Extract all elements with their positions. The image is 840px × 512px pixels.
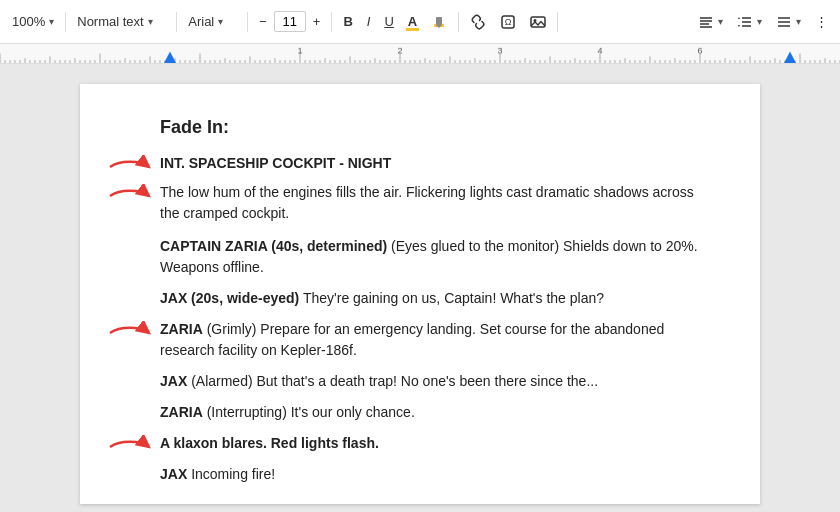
char1-dialogue: CAPTAIN ZARIA (40s, determined) (Eyes gl…: [160, 236, 700, 278]
font-label: Arial: [188, 14, 214, 29]
char5-line: It's our only chance.: [291, 404, 415, 420]
style-dropdown[interactable]: Normal text ▾: [71, 10, 171, 33]
italic-button[interactable]: I: [361, 10, 377, 33]
char5-text: ZARIA (Interrupting) It's our only chanc…: [160, 402, 700, 423]
toolbar: 100% ▾ Normal text ▾ Arial ▾ − + B I U A: [0, 0, 840, 44]
link-button[interactable]: [464, 10, 492, 34]
line-spacing-dropdown[interactable]: ▾: [731, 10, 768, 34]
char4-line: But that's a death trap! No one's been t…: [256, 373, 598, 389]
svg-rect-1: [436, 17, 442, 25]
toolbar-right: ▾ ▾ ▾ ⋮: [692, 10, 834, 34]
char5-dialogue: ZARIA (Interrupting) It's our only chanc…: [160, 402, 700, 423]
arrow-action: [105, 184, 155, 208]
insert-special-icon: Ω: [500, 14, 516, 30]
insert-special-button[interactable]: Ω: [494, 10, 522, 34]
list-options-dropdown[interactable]: ▾: [770, 10, 807, 34]
svg-text:Ω: Ω: [505, 17, 512, 27]
action-line: The low hum of the engines fills the air…: [160, 182, 700, 224]
fade-in-line: Fade In:: [160, 114, 700, 141]
text-color-button[interactable]: A: [402, 10, 423, 33]
sep6: [557, 12, 558, 32]
bold-button[interactable]: B: [337, 10, 358, 33]
fade-in-text: Fade In:: [160, 114, 700, 141]
char3-text: ZARIA (Grimly) Prepare for an emergency …: [160, 319, 700, 361]
char4-dialogue: JAX (Alarmed) But that's a death trap! N…: [160, 371, 700, 392]
spacing-chevron: ▾: [757, 16, 762, 27]
char6-text: JAX Incoming fire!: [160, 464, 700, 485]
action-bold-text: A klaxon blares. Red lights flash.: [160, 433, 700, 454]
ruler: [0, 44, 840, 64]
action-bold-line: A klaxon blares. Red lights flash.: [160, 433, 700, 454]
scene-heading-line: INT. SPACESHIP COCKPIT - NIGHT: [160, 153, 700, 174]
sep5: [458, 12, 459, 32]
list-chevron: ▾: [796, 16, 801, 27]
list-options-icon: [776, 14, 792, 30]
ruler-canvas: [0, 44, 840, 63]
char5-name: ZARIA: [160, 404, 203, 420]
char6-name: JAX: [160, 466, 187, 482]
char3-name: ZARIA: [160, 321, 203, 337]
more-icon: ⋮: [815, 14, 828, 29]
more-options-dropdown[interactable]: ⋮: [809, 10, 834, 33]
line-spacing-icon: [737, 14, 753, 30]
zoom-label: 100%: [12, 14, 45, 29]
font-chevron: ▾: [218, 16, 223, 27]
action-text: The low hum of the engines fills the air…: [160, 182, 700, 224]
style-label: Normal text: [77, 14, 143, 29]
underline-button[interactable]: U: [378, 10, 399, 33]
char2-dialogue: JAX (20s, wide-eyed) They're gaining on …: [160, 288, 700, 309]
arrow-action-bold: [105, 435, 155, 459]
highlighter-icon: [431, 14, 447, 30]
char2-name: JAX (20s, wide-eyed): [160, 290, 299, 306]
insert-image-icon: [530, 14, 546, 30]
font-size-decrease[interactable]: −: [253, 10, 273, 33]
link-icon: [470, 14, 486, 30]
char1-name: CAPTAIN ZARIA (40s, determined): [160, 238, 387, 254]
char6-line: Incoming fire!: [191, 466, 275, 482]
scene-heading-text: INT. SPACESHIP COCKPIT - NIGHT: [160, 153, 700, 174]
zoom-dropdown[interactable]: 100% ▾: [6, 10, 60, 33]
char3-direction-text: (Grimly): [207, 321, 257, 337]
char4-direction-text: (Alarmed): [191, 373, 252, 389]
char4-name: JAX: [160, 373, 187, 389]
arrow-scene: [105, 155, 155, 179]
char3-dialogue: ZARIA (Grimly) Prepare for an emergency …: [160, 319, 700, 361]
text-color-label: A: [408, 14, 417, 29]
insert-image-button[interactable]: [524, 10, 552, 34]
sep3: [247, 12, 248, 32]
style-chevron: ▾: [148, 16, 153, 27]
document-area[interactable]: Fade In: INT. SPACESHIP COCKPIT - NIGHT …: [0, 64, 840, 512]
document-page: Fade In: INT. SPACESHIP COCKPIT - NIGHT …: [80, 84, 760, 504]
char2-text: JAX (20s, wide-eyed) They're gaining on …: [160, 288, 700, 309]
highlight-button[interactable]: [425, 10, 453, 34]
sep4: [331, 12, 332, 32]
font-size-increase[interactable]: +: [307, 10, 327, 33]
align-chevron: ▾: [718, 16, 723, 27]
sep1: [65, 12, 66, 32]
zoom-chevron: ▾: [49, 16, 54, 27]
align-icon: [698, 14, 714, 30]
char5-direction-text: (Interrupting): [207, 404, 287, 420]
char6-dialogue: JAX Incoming fire!: [160, 464, 700, 485]
char1-text: CAPTAIN ZARIA (40s, determined) (Eyes gl…: [160, 236, 700, 278]
font-size-group: − +: [253, 10, 326, 33]
char4-text: JAX (Alarmed) But that's a death trap! N…: [160, 371, 700, 392]
sep2: [176, 12, 177, 32]
font-dropdown[interactable]: Arial ▾: [182, 10, 242, 33]
color-bar: [406, 28, 419, 31]
arrow-zaria: [105, 321, 155, 345]
font-size-input[interactable]: [274, 11, 306, 32]
align-dropdown[interactable]: ▾: [692, 10, 729, 34]
char1-direction-text: (Eyes glued to the monitor): [391, 238, 559, 254]
char2-line: They're gaining on us, Captain! What's t…: [303, 290, 604, 306]
